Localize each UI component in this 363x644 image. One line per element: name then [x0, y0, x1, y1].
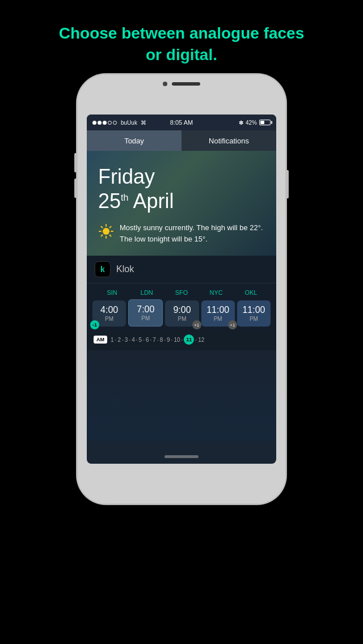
- klok-header: k Klok: [87, 256, 276, 283]
- hero-section: Friday 25th April: [87, 151, 276, 256]
- date-display: Friday 25th April: [98, 164, 265, 213]
- tile-time-sin: 4:00: [95, 305, 124, 315]
- city-col-nyc: NYC: [199, 287, 234, 297]
- tile-time-nyc: 11:00: [204, 305, 233, 315]
- time-8: 8: [160, 337, 163, 343]
- badge-sfo: +1: [192, 320, 201, 329]
- city-col-sin: SIN: [95, 287, 129, 297]
- city-sin: SIN: [107, 289, 117, 296]
- city-nyc: NYC: [210, 289, 223, 296]
- weather-row: Mostly sunny currently. The high will be…: [98, 222, 265, 244]
- time-tiles: 4:00 PM -1 7:00 PM 9:00 PM: [87, 297, 276, 331]
- dot-sep-1: •: [115, 337, 117, 342]
- battery-fill: [260, 121, 264, 124]
- svg-line-5: [102, 227, 103, 228]
- power-button: [286, 170, 289, 198]
- signal-dot-2: [98, 121, 102, 125]
- time-tile-okl: 11:00 PM: [237, 300, 271, 327]
- day-month: 25th April: [98, 189, 265, 213]
- time-tile-sfo: 9:00 PM +1: [165, 300, 199, 327]
- time-7: 7: [153, 337, 156, 343]
- time-5: 5: [139, 337, 142, 343]
- time-3: 3: [125, 337, 128, 343]
- klok-title: Klok: [116, 264, 134, 274]
- camera-dot: [163, 82, 167, 86]
- tile-ampm-sin: PM: [95, 316, 124, 322]
- time-tile-nyc: 11:00 PM +1: [201, 300, 235, 327]
- status-right: ✽ 42%: [239, 120, 271, 126]
- badge-sin: -1: [90, 320, 99, 329]
- time-2: 2: [117, 337, 121, 343]
- city-col-okl: OKL: [234, 287, 268, 297]
- headline-text: Choose between analogue faces or digital…: [0, 0, 363, 83]
- time-6: 6: [146, 337, 149, 343]
- city-col-sfo: SFO: [164, 287, 199, 297]
- home-indicator[interactable]: [164, 455, 199, 458]
- status-left: buUuk ⌘: [92, 120, 146, 126]
- svg-line-6: [110, 235, 111, 236]
- tab-notifications[interactable]: Notifications: [182, 130, 276, 151]
- battery-icon: [259, 120, 271, 125]
- bottom-blur: [87, 350, 276, 441]
- tile-ampm-sfo: PM: [167, 316, 196, 322]
- city-okl: OKL: [244, 289, 257, 296]
- tile-time-sfo: 9:00: [167, 305, 196, 315]
- tile-time-ldn: 7:00: [131, 304, 160, 315]
- weather-text: Mostly sunny currently. The high will be…: [120, 222, 265, 244]
- tab-bar: Today Notifications: [87, 130, 276, 151]
- phone-screen: buUuk ⌘ 8:05 AM ✽ 42% Today Notification…: [87, 115, 276, 464]
- phone-top-area: [163, 82, 200, 86]
- klok-logo: k: [95, 261, 111, 277]
- time-10: 10: [174, 337, 180, 343]
- tile-ampm-ldn: PM: [131, 315, 160, 321]
- city-sfo: SFO: [175, 289, 188, 296]
- time-4: 4: [132, 337, 135, 343]
- time-9: 9: [167, 337, 170, 343]
- day-name: Friday: [98, 164, 265, 189]
- svg-line-7: [110, 227, 111, 228]
- time-dots: 1 • 2 • 3 • 4 • 5 • 6 • 7 • 8: [111, 334, 269, 345]
- carrier-name: buUuk: [121, 120, 137, 126]
- volume-down-button: [74, 179, 77, 198]
- time-12: 12: [198, 337, 204, 343]
- city-ldn: LDN: [141, 289, 153, 296]
- city-col-ldn: LDN: [129, 287, 164, 297]
- tile-time-okl: 11:00: [239, 305, 268, 315]
- status-bar: buUuk ⌘ 8:05 AM ✽ 42%: [87, 115, 276, 130]
- bluetooth-icon: ✽: [239, 120, 243, 126]
- time-1: 1: [111, 337, 114, 343]
- status-time: 8:05 AM: [170, 119, 193, 126]
- klok-section: k Klok SIN LDN SFO NYC: [87, 256, 276, 350]
- battery-percent: 42%: [246, 120, 257, 126]
- tile-ampm-nyc: PM: [204, 316, 233, 322]
- badge-nyc: +1: [228, 320, 237, 329]
- signal-dot-3: [103, 121, 107, 125]
- am-badge: AM: [94, 336, 107, 344]
- day-number: 25: [98, 189, 121, 213]
- tile-ampm-okl: PM: [239, 316, 268, 322]
- tab-today[interactable]: Today: [87, 130, 182, 151]
- month-name: April: [133, 189, 174, 213]
- day-suffix: th: [121, 193, 128, 202]
- time-scale-row: AM 1 • 2 • 3 • 4 • 5 • 6 • 7: [87, 331, 276, 350]
- time-tile-ldn: 7:00 PM: [128, 299, 163, 327]
- city-labels: SIN LDN SFO NYC OKL: [87, 283, 276, 297]
- svg-point-0: [103, 228, 109, 235]
- svg-line-8: [102, 235, 103, 236]
- signal-dot-1: [92, 121, 96, 125]
- content-area: Friday 25th April: [87, 151, 276, 464]
- time-11-active: 11: [184, 334, 194, 345]
- signal-dots: [92, 121, 117, 125]
- time-tile-sin: 4:00 PM -1: [92, 300, 126, 327]
- volume-up-button: [74, 153, 77, 172]
- signal-dot-4: [108, 121, 112, 125]
- signal-dot-5: [113, 121, 117, 125]
- phone-shell: buUuk ⌘ 8:05 AM ✽ 42% Today Notification…: [77, 74, 286, 505]
- sun-icon: [98, 223, 114, 239]
- wifi-icon: ⌘: [141, 120, 146, 126]
- speaker-bar: [172, 82, 200, 86]
